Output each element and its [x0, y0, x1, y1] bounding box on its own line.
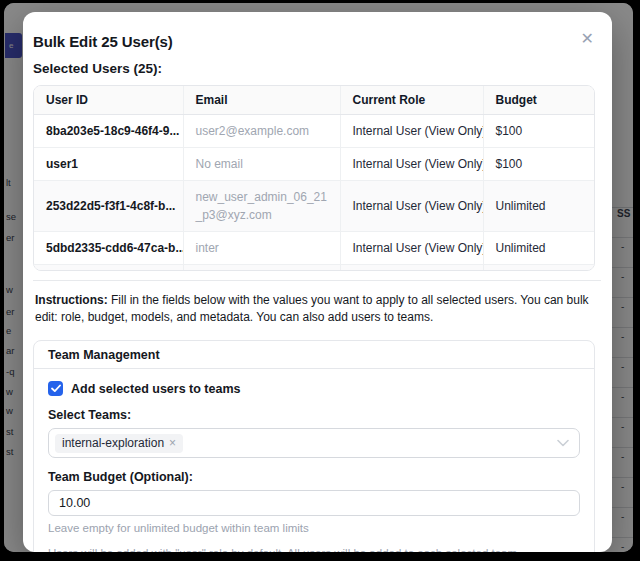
instructions-text: Instructions: Fill in the fields below w… — [35, 292, 599, 326]
team-management-title: Team Management — [34, 341, 594, 369]
table-row: 253d22d5-f3f1-4c8f-b... new_user_admin_0… — [34, 181, 595, 232]
team-tag-label: internal-exploration — [62, 436, 164, 450]
cell-user-id: 5dbd2335-cdd6-47ca-b... — [34, 232, 183, 265]
cell-current-role: Internal User (View Only) — [340, 232, 483, 265]
table-row: 5dbd2335-cdd6-47ca-b... inter Internal U… — [34, 232, 595, 265]
col-header-current-role: Current Role — [340, 86, 483, 115]
selected-users-label: Selected Users (25): — [33, 61, 601, 76]
modal-title: Bulk Edit 25 User(s) — [33, 33, 601, 50]
col-header-email: Email — [183, 86, 340, 115]
table-row: internal-user-ui-qa-06-28- — [34, 265, 595, 272]
instructions-label: Instructions: — [35, 293, 108, 307]
checkbox-checked-icon[interactable] — [48, 381, 63, 396]
add-users-to-teams-row[interactable]: Add selected users to teams — [48, 381, 580, 396]
section-divider — [33, 280, 601, 281]
cell-user-id — [34, 265, 183, 272]
chevron-down-icon — [557, 439, 569, 447]
select-teams-label: Select Teams: — [48, 408, 580, 422]
cell-user-id: 253d22d5-f3f1-4c8f-b... — [34, 181, 183, 232]
teams-multiselect[interactable]: internal-exploration × — [48, 428, 580, 458]
cell-email: No email — [183, 148, 340, 181]
remove-tag-icon[interactable]: × — [169, 437, 176, 449]
table-header-row: User ID Email Current Role Budget — [34, 86, 595, 115]
cell-budget: Unlimited — [483, 232, 595, 265]
team-tag: internal-exploration × — [55, 434, 183, 453]
bulk-edit-users-modal: ✕ Bulk Edit 25 User(s) Selected Users (2… — [23, 12, 612, 552]
cell-email: inter — [183, 232, 340, 265]
checkbox-label: Add selected users to teams — [71, 382, 241, 396]
cell-email: new_user_admin_06_21_p3@xyz.com — [183, 181, 340, 232]
col-header-user-id: User ID — [34, 86, 183, 115]
instructions-body: Fill in the fields below with the values… — [35, 293, 589, 324]
col-header-budget: Budget — [483, 86, 595, 115]
cell-email: user2@example.com — [183, 115, 340, 148]
cell-budget: $100 — [483, 115, 595, 148]
cell-current-role — [340, 265, 483, 272]
cell-current-role: Internal User (View Only) — [340, 148, 483, 181]
close-icon[interactable]: ✕ — [579, 29, 596, 49]
cell-budget: $100 — [483, 148, 595, 181]
team-management-body: Add selected users to teams Select Teams… — [34, 369, 594, 552]
app-window: e ltseerwerear-qwwstst SS ----------- ✕ … — [4, 3, 633, 552]
cell-budget: Unlimited — [483, 181, 595, 232]
cell-budget — [483, 265, 595, 272]
cell-user-id: user1 — [34, 148, 183, 181]
team-budget-label: Team Budget (Optional): — [48, 470, 580, 484]
team-budget-input[interactable] — [48, 490, 580, 516]
team-footer-note: Users will be added with "user" role by … — [48, 547, 580, 552]
cell-email: internal-user-ui-qa-06-28- — [183, 265, 340, 272]
cell-user-id: 8ba203e5-18c9-46f4-9... — [34, 115, 183, 148]
selected-users-table: User ID Email Current Role Budget 8ba203… — [33, 85, 595, 271]
table-row: user1 No email Internal User (View Only)… — [34, 148, 595, 181]
cell-current-role: Internal User (View Only) — [340, 115, 483, 148]
budget-helper-text: Leave empty for unlimited budget within … — [48, 522, 580, 534]
team-management-section: Team Management Add selected users to te… — [33, 340, 595, 552]
table-row: 8ba203e5-18c9-46f4-9... user2@example.co… — [34, 115, 595, 148]
cell-current-role: Internal User (View Only) — [340, 181, 483, 232]
